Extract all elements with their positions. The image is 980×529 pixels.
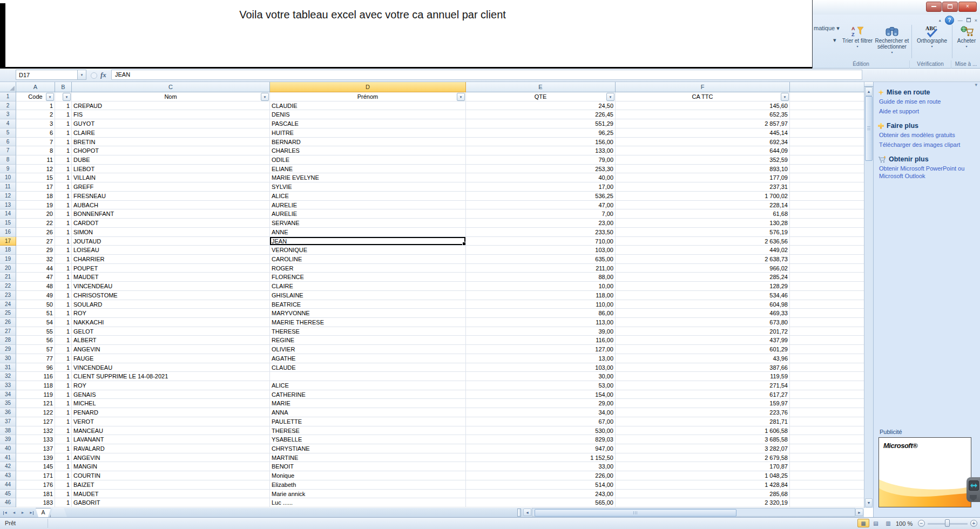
filter-button[interactable]: ▼ [781,93,789,101]
close-button[interactable]: × [958,2,977,12]
remote-access-edge-handle[interactable] [967,477,980,502]
cell[interactable] [790,309,864,318]
cell[interactable]: 10,00 [466,282,616,291]
cell[interactable]: 44 [16,264,55,273]
cell[interactable]: 1 [55,453,72,463]
cell[interactable]: 154,00 [466,390,616,399]
column-header-e[interactable]: E [466,82,616,92]
cell[interactable]: FAUGE [72,354,270,363]
cell[interactable]: DUBE [72,155,270,165]
cell[interactable] [790,264,864,273]
sheet-tab-active[interactable]: A [36,508,51,517]
filter-button[interactable]: ▼ [63,93,71,101]
cell[interactable]: GHISLAINE [270,291,466,300]
cell[interactable]: CA TTC ▼ [616,92,790,101]
workbook-restore-button[interactable] [967,18,971,23]
cell[interactable] [790,444,864,453]
filter-button[interactable]: ▼ [606,93,614,101]
row-number[interactable]: 46 [0,498,16,507]
row-number[interactable]: 5 [0,128,16,138]
cell[interactable]: 226,45 [466,110,616,119]
cell[interactable]: GUYOT [72,119,270,128]
filter-button[interactable]: ▼ [457,93,465,101]
filter-button[interactable]: ▼ [46,93,54,101]
chevron-down-icon[interactable]: ▾ [833,37,836,44]
row-number[interactable]: 30 [0,354,16,363]
cell[interactable] [790,138,864,147]
cell[interactable]: 692,34 [616,138,790,147]
cell[interactable] [790,345,864,354]
cell[interactable]: 1 [55,336,72,345]
cell[interactable] [790,426,864,436]
pane-menu-chevron-icon[interactable]: ▾ [975,82,977,87]
cell[interactable]: 159,97 [616,399,790,408]
cell[interactable] [790,327,864,336]
column-header-b[interactable]: B [55,82,72,92]
cell[interactable]: MAERIE THERESE [270,318,466,327]
insert-function-icon[interactable]: fx [100,71,106,79]
cell[interactable]: 119 [16,390,55,399]
insert-worksheet-tab[interactable] [50,508,67,517]
vertical-scrollbar-thumb[interactable] [865,96,873,161]
row-number[interactable]: 37 [0,417,16,426]
cell[interactable]: 445,14 [616,128,790,138]
cell[interactable]: 2 636,56 [616,237,790,246]
cell[interactable]: GREFF [72,182,270,192]
cell[interactable]: 1 [55,498,72,507]
cell[interactable]: REGINE [270,336,466,345]
row-number[interactable]: 22 [0,282,16,291]
cell[interactable]: GENAIS [72,390,270,399]
scroll-left-icon[interactable]: ◄ [523,508,531,516]
cell[interactable]: 223,76 [616,408,790,417]
cell[interactable]: 79,00 [466,155,616,165]
column-header-c[interactable]: C [72,82,270,92]
cell[interactable] [790,146,864,155]
cell[interactable] [790,246,864,255]
cell[interactable]: 1 [55,399,72,408]
view-page-layout-button[interactable]: ▤ [870,519,882,527]
cell[interactable]: 7,00 [466,209,616,219]
cell[interactable]: 243,00 [466,490,616,499]
cell[interactable]: FIS [72,110,270,119]
cell[interactable] [790,453,864,463]
row-number[interactable]: 15 [0,219,16,228]
link-templates[interactable]: Obtenir des modèles gratuits [879,132,972,139]
cell[interactable]: 1 [55,462,72,471]
split-handle[interactable] [864,82,873,87]
cell[interactable]: NAKKACHI [72,318,270,327]
cell[interactable]: ALICE [270,192,466,201]
cell[interactable]: 1 [55,372,72,381]
cell[interactable]: VILLAIN [72,173,270,182]
cell[interactable] [790,336,864,345]
cell[interactable]: 211,00 [466,264,616,273]
cell[interactable]: CLAUDE [270,363,466,372]
cell[interactable]: 116 [16,372,55,381]
cell[interactable]: 604,98 [616,300,790,309]
cell[interactable]: 57 [16,345,55,354]
cell[interactable]: Monique [270,471,466,480]
cell[interactable]: 88,00 [466,273,616,282]
cell[interactable]: 55 [16,327,55,336]
cell[interactable]: 1 [55,417,72,426]
cell[interactable]: 1 152,50 [466,453,616,463]
cell[interactable] [790,128,864,138]
cell[interactable]: 1 [55,381,72,390]
row-number[interactable]: 28 [0,336,16,345]
workbook-minimize-button[interactable]: — [958,18,963,23]
cell[interactable]: VERONIQUE [270,246,466,255]
cell[interactable]: 1 [55,255,72,264]
cell[interactable]: 8 [16,146,55,155]
cell[interactable]: 1 [55,354,72,363]
cell[interactable]: 253,30 [466,165,616,174]
cell[interactable] [790,173,864,182]
cell[interactable]: 130,28 [616,219,790,228]
restore-button[interactable] [942,2,958,12]
cell[interactable]: 53,00 [466,381,616,390]
cell[interactable] [790,480,864,490]
row-number[interactable]: 25 [0,309,16,318]
cell[interactable] [790,372,864,381]
cell[interactable] [790,363,864,372]
cell[interactable] [790,354,864,363]
cell[interactable]: 281,71 [616,417,790,426]
cell[interactable] [790,417,864,426]
